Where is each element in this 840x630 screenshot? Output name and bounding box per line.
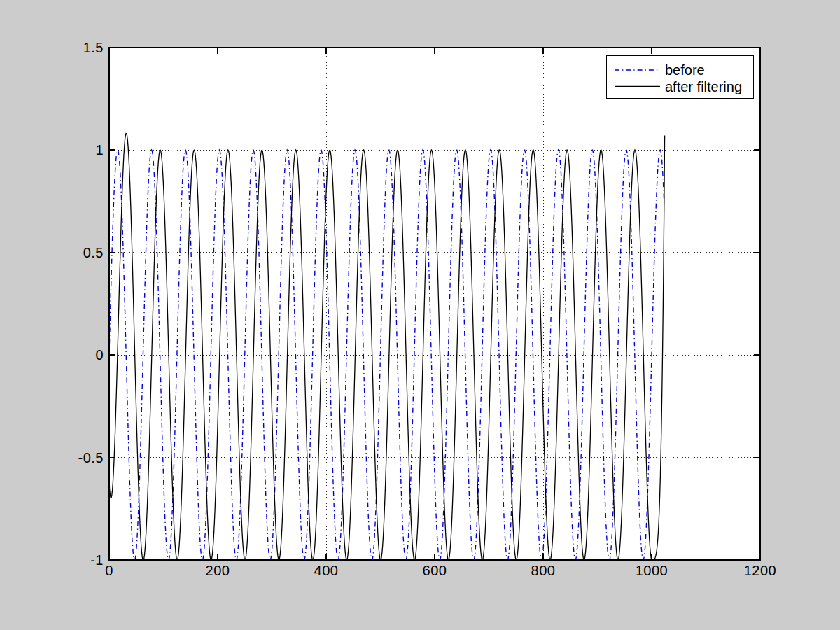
- y-tick-label: 0: [95, 347, 104, 363]
- legend-label-after-filtering: after filtering: [665, 79, 742, 94]
- x-tick-label: 1000: [636, 563, 668, 578]
- y-tick-label: 1: [95, 142, 104, 158]
- y-tick-label: 0.5: [83, 245, 104, 260]
- x-tick-label: 0: [105, 563, 113, 578]
- y-tick-label: 1.5: [83, 40, 104, 55]
- x-tick-label: 600: [423, 563, 447, 578]
- x-tick-label: 200: [206, 563, 230, 578]
- x-tick-label: 400: [314, 563, 339, 578]
- legend: before after filtering: [607, 56, 754, 99]
- legend-label-before: before: [665, 62, 705, 78]
- line-chart: 020040060080010001200-1-0.500.511.5 befo…: [0, 0, 840, 630]
- matlab-figure: 020040060080010001200-1-0.500.511.5 befo…: [0, 0, 840, 630]
- x-tick-label: 800: [531, 563, 556, 578]
- y-tick-label: -1: [90, 552, 104, 568]
- y-tick-label: -0.5: [78, 450, 104, 465]
- x-tick-label: 1200: [744, 563, 777, 578]
